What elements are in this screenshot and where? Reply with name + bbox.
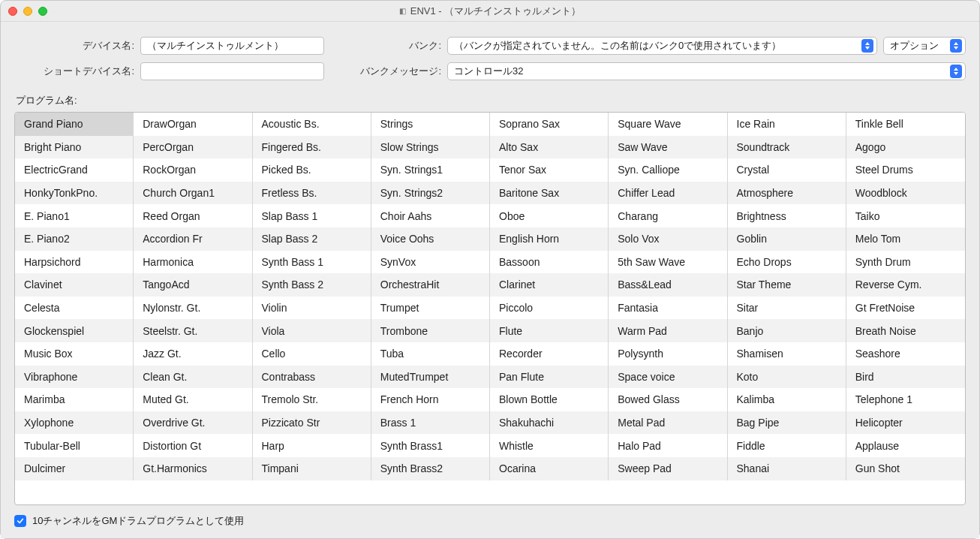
program-cell[interactable]: HonkyTonkPno. — [15, 182, 134, 205]
program-cell[interactable]: Synth Drum — [846, 251, 965, 274]
program-cell[interactable]: Viola — [253, 319, 371, 342]
program-cell[interactable]: ElectricGrand — [15, 158, 134, 182]
program-cell[interactable]: Gt FretNoise — [846, 297, 965, 320]
program-cell[interactable]: Pan Flute — [490, 366, 609, 389]
program-cell[interactable]: Jazz Gt. — [134, 342, 252, 366]
program-cell[interactable]: Slow Strings — [371, 136, 490, 159]
program-cell[interactable]: Harpsichord — [15, 251, 134, 274]
program-cell[interactable]: Woodblock — [846, 182, 965, 205]
program-cell[interactable]: Steelstr. Gt. — [134, 319, 252, 342]
program-cell[interactable]: Echo Drops — [728, 251, 846, 274]
program-cell[interactable]: Brass 1 — [371, 411, 490, 435]
program-cell[interactable]: Atmosphere — [728, 182, 846, 205]
program-cell[interactable]: Baritone Sax — [490, 182, 609, 205]
program-cell[interactable]: Shakuhachi — [490, 411, 609, 435]
program-cell[interactable]: Vibraphone — [15, 366, 134, 389]
program-cell[interactable]: Charang — [609, 204, 727, 227]
program-cell[interactable]: Bird — [846, 366, 965, 389]
program-cell[interactable]: Cello — [253, 342, 371, 366]
program-cell[interactable]: Tremolo Str. — [253, 388, 371, 411]
program-cell[interactable]: PercOrgan — [134, 136, 252, 159]
program-cell[interactable]: Goblin — [728, 227, 846, 251]
program-cell[interactable]: Metal Pad — [609, 411, 727, 435]
program-cell[interactable]: Halo Pad — [609, 434, 727, 457]
bank-select[interactable]: （バンクが指定されていません。この名前はバンク0で使用されています） — [447, 37, 877, 55]
program-cell[interactable]: Soundtrack — [728, 136, 846, 159]
program-cell[interactable]: Star Theme — [728, 273, 846, 297]
program-cell[interactable]: Slap Bass 1 — [253, 204, 371, 227]
program-cell[interactable]: Tinkle Bell — [846, 113, 965, 136]
program-cell[interactable]: Music Box — [15, 342, 134, 366]
program-cell[interactable]: Recorder — [490, 342, 609, 366]
program-cell[interactable]: Timpani — [253, 457, 371, 480]
program-cell[interactable]: SynVox — [371, 251, 490, 274]
program-cell[interactable]: Blown Bottle — [490, 388, 609, 411]
program-cell[interactable]: Harp — [253, 434, 371, 457]
gm-drum-checkbox[interactable] — [14, 515, 26, 527]
program-cell[interactable]: TangoAcd — [134, 273, 252, 297]
program-cell[interactable]: Bass&Lead — [609, 273, 727, 297]
program-cell[interactable]: Contrabass — [253, 366, 371, 389]
program-cell[interactable]: Distortion Gt — [134, 434, 252, 457]
program-cell[interactable]: Gt.Harmonics — [134, 457, 252, 480]
program-cell[interactable]: Saw Wave — [609, 136, 727, 159]
program-cell[interactable]: Helicopter — [846, 411, 965, 435]
program-cell[interactable]: Flute — [490, 319, 609, 342]
program-cell[interactable]: Strings — [371, 113, 490, 136]
program-cell[interactable]: Crystal — [728, 158, 846, 182]
program-cell[interactable]: Oboe — [490, 204, 609, 227]
program-cell[interactable]: Nylonstr. Gt. — [134, 297, 252, 320]
program-cell[interactable]: Muted Gt. — [134, 388, 252, 411]
program-cell[interactable]: Steel Drums — [846, 158, 965, 182]
program-cell[interactable]: Shamisen — [728, 342, 846, 366]
program-cell[interactable]: Koto — [728, 366, 846, 389]
program-cell[interactable]: Gun Shot — [846, 457, 965, 480]
program-cell[interactable]: Solo Vox — [609, 227, 727, 251]
program-cell[interactable]: Reverse Cym. — [846, 273, 965, 297]
program-cell[interactable]: Applause — [846, 434, 965, 457]
program-cell[interactable]: Warm Pad — [609, 319, 727, 342]
program-cell[interactable]: Acoustic Bs. — [253, 113, 371, 136]
program-cell[interactable]: Synth Bass 2 — [253, 273, 371, 297]
program-cell[interactable]: Marimba — [15, 388, 134, 411]
program-cell[interactable]: Square Wave — [609, 113, 727, 136]
program-cell[interactable]: Synth Brass1 — [371, 434, 490, 457]
program-cell[interactable]: Shanai — [728, 457, 846, 480]
program-cell[interactable]: Polysynth — [609, 342, 727, 366]
program-cell[interactable]: Chiffer Lead — [609, 182, 727, 205]
program-cell[interactable]: Accordion Fr — [134, 227, 252, 251]
program-cell[interactable]: Melo Tom — [846, 227, 965, 251]
minimize-icon[interactable] — [23, 7, 32, 16]
device-name-input[interactable]: （マルチインストゥルメント） — [140, 37, 324, 55]
program-cell[interactable]: Synth Brass2 — [371, 457, 490, 480]
program-cell[interactable]: Alto Sax — [490, 136, 609, 159]
program-cell[interactable]: Telephone 1 — [846, 388, 965, 411]
program-cell[interactable]: Bag Pipe — [728, 411, 846, 435]
zoom-icon[interactable] — [38, 7, 47, 16]
program-cell[interactable]: Agogo — [846, 136, 965, 159]
program-cell[interactable]: Harmonica — [134, 251, 252, 274]
close-icon[interactable] — [8, 7, 17, 16]
program-cell[interactable]: Banjo — [728, 319, 846, 342]
program-cell[interactable]: Clean Gt. — [134, 366, 252, 389]
program-cell[interactable]: Tubular-Bell — [15, 434, 134, 457]
program-cell[interactable]: Space voice — [609, 366, 727, 389]
program-cell[interactable]: Taiko — [846, 204, 965, 227]
program-cell[interactable]: Fantasia — [609, 297, 727, 320]
program-cell[interactable]: RockOrgan — [134, 158, 252, 182]
program-cell[interactable]: Trumpet — [371, 297, 490, 320]
program-cell[interactable]: E. Piano2 — [15, 227, 134, 251]
bank-message-select[interactable]: コントロール32 — [447, 62, 966, 80]
options-select[interactable]: オプション — [883, 37, 966, 55]
program-cell[interactable]: Whistle — [490, 434, 609, 457]
program-cell[interactable]: 5th Saw Wave — [609, 251, 727, 274]
program-cell[interactable]: Brightness — [728, 204, 846, 227]
program-cell[interactable]: Picked Bs. — [253, 158, 371, 182]
program-cell[interactable]: Xylophone — [15, 411, 134, 435]
program-cell[interactable]: Ocarina — [490, 457, 609, 480]
program-cell[interactable]: Clarinet — [490, 273, 609, 297]
program-cell[interactable]: Choir Aahs — [371, 204, 490, 227]
program-cell[interactable]: Seashore — [846, 342, 965, 366]
program-cell[interactable]: Syn. Strings1 — [371, 158, 490, 182]
program-cell[interactable]: DrawOrgan — [134, 113, 252, 136]
